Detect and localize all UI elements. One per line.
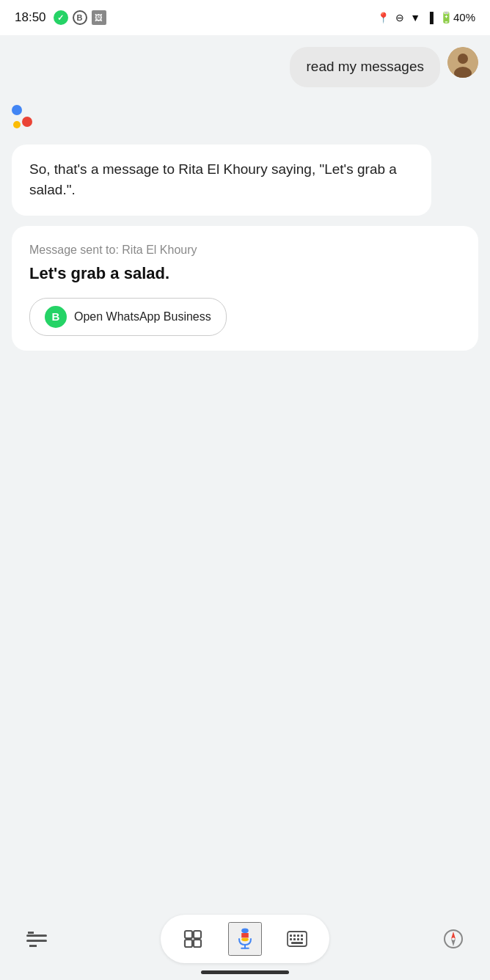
svg-rect-3 — [26, 935, 47, 937]
google-assistant-logo — [12, 102, 41, 131]
svg-point-1 — [458, 54, 468, 64]
user-avatar — [447, 47, 478, 78]
main-content: read my messages So, that's — [0, 35, 490, 906]
whatsapp-business-icon: B — [45, 306, 67, 328]
location-icon: 📍 — [377, 12, 390, 23]
message-card-recipient: Message sent to: Rita El Khoury — [29, 244, 461, 257]
battery-level: 🔋40% — [439, 11, 475, 24]
svg-rect-7 — [185, 940, 192, 947]
bottom-bar — [0, 906, 490, 980]
home-indicator — [201, 970, 289, 974]
user-message-row: read my messages — [12, 47, 478, 87]
user-message-text: read my messages — [306, 59, 424, 74]
svg-rect-5 — [185, 931, 192, 938]
user-message-bubble: read my messages — [290, 47, 440, 87]
svg-rect-15 — [290, 935, 292, 937]
whatsapp-icon: ✓ — [54, 10, 68, 25]
assistant-text-bubble: So, that's a message to Rita El Khoury s… — [12, 145, 431, 216]
microphone-icon — [233, 927, 257, 951]
user-avatar-svg — [447, 47, 478, 78]
message-card: Message sent to: Rita El Khoury Let's gr… — [12, 226, 478, 351]
keyboard-button[interactable] — [282, 924, 312, 954]
lens-button[interactable] — [178, 924, 208, 954]
wifi-icon: ▼ — [410, 12, 420, 23]
message-card-body: Let's grab a salad. — [29, 264, 461, 283]
status-bar: 18:50 ✓ B 🖼 📍 ⊖ ▼ ▐ 🔋40% — [0, 0, 490, 35]
svg-marker-25 — [451, 932, 456, 939]
microphone-button[interactable] — [228, 922, 262, 956]
svg-rect-6 — [194, 931, 201, 938]
open-whatsapp-button[interactable]: B Open WhatsApp Business — [29, 298, 227, 336]
image-icon: 🖼 — [92, 10, 106, 25]
svg-rect-11 — [241, 937, 249, 941]
svg-rect-22 — [301, 938, 303, 940]
signal-icon: ▐ — [426, 12, 434, 23]
svg-rect-9 — [241, 929, 249, 933]
keyboard-icon — [287, 931, 307, 947]
bottom-controls — [15, 915, 475, 963]
google-assistant-logo-row — [12, 102, 478, 131]
status-time: 18:50 — [15, 10, 46, 25]
tray-icon — [26, 930, 47, 948]
svg-rect-20 — [293, 938, 296, 940]
dnd-icon: ⊖ — [395, 12, 404, 23]
dot-yellow — [13, 121, 21, 128]
lens-icon — [183, 929, 202, 948]
bottom-pill — [161, 915, 329, 963]
compass-icon — [443, 929, 464, 949]
svg-rect-4 — [26, 940, 47, 942]
svg-rect-21 — [297, 938, 299, 940]
svg-rect-23 — [291, 942, 303, 944]
dot-red — [22, 117, 32, 127]
user-avatar-image — [447, 47, 478, 78]
svg-rect-16 — [293, 935, 296, 937]
tray-icon-button[interactable] — [22, 924, 51, 954]
assistant-section: So, that's a message to Rita El Khoury s… — [12, 102, 478, 351]
svg-rect-10 — [241, 933, 249, 937]
svg-rect-17 — [297, 935, 299, 937]
svg-rect-19 — [290, 938, 292, 940]
assistant-response-text: So, that's a message to Rita El Khoury s… — [29, 161, 397, 198]
svg-rect-8 — [194, 940, 201, 947]
open-whatsapp-label: Open WhatsApp Business — [74, 310, 211, 323]
compass-button[interactable] — [439, 924, 468, 954]
dot-blue — [12, 105, 22, 115]
svg-rect-18 — [301, 935, 303, 937]
svg-marker-26 — [451, 939, 456, 946]
whatsapp-b-status-icon: B — [73, 10, 87, 25]
